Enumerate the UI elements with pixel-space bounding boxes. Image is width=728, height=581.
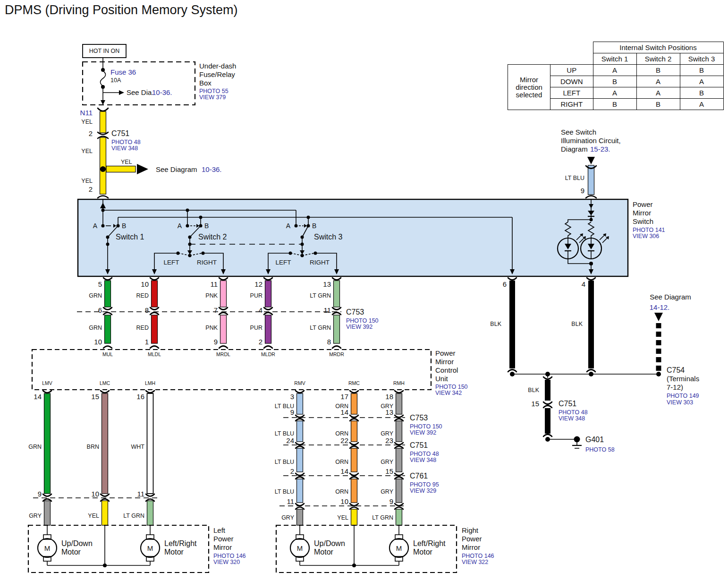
down-arrow-icon	[654, 313, 663, 321]
wire-label-pur: PUR	[250, 325, 262, 331]
connector-c754: C754	[667, 366, 685, 374]
cu-name-3: Control	[435, 366, 458, 374]
c751-photo-ref[interactable]: PHOTO 48	[410, 451, 439, 457]
signal-rmc: RMC	[348, 380, 360, 386]
wire-label-gry: GRY	[29, 513, 42, 519]
motor-m-label: M	[147, 544, 153, 552]
see-dia-arrow-icon	[119, 90, 124, 95]
wire-label-blk: BLK	[571, 321, 583, 327]
c753-view-ref[interactable]: VIEW 392	[346, 324, 372, 330]
updown-motor-label: Up/Down	[61, 539, 93, 547]
signal-mldr: MLDR	[261, 351, 275, 357]
rm-photo-ref[interactable]: PHOTO 146	[462, 553, 494, 559]
power-mirror-switch: Power Mirror Switch PHOTO 141 VIEW 306 A…	[78, 199, 665, 276]
wire-label-ltgrn: LT GRN	[310, 325, 331, 331]
wire-label-ltblu: LT BLU	[275, 430, 294, 437]
pin-1: 1	[145, 338, 149, 346]
connector-c751: C751	[559, 400, 576, 408]
c753-photo-ref[interactable]: PHOTO 150	[346, 317, 379, 324]
pin-11: 11	[287, 497, 294, 505]
motor-m-label: M	[44, 544, 51, 552]
illumination-feed: See Switch Illumination Circuit, Diagram…	[561, 128, 621, 198]
c754-view-ref[interactable]: VIEW 303	[667, 399, 693, 406]
cu-photo-ref[interactable]: PHOTO 150	[435, 384, 468, 390]
pin-9: 9	[389, 497, 393, 505]
leftright-motor-label2: Motor	[413, 548, 433, 556]
fusebox-name-2: Fuse/Relay	[199, 70, 235, 78]
pin-9: 9	[38, 490, 42, 498]
pin-15: 15	[531, 400, 539, 408]
pin-2-top: 2	[89, 129, 93, 137]
illum-see-ref[interactable]: 15-23.	[590, 145, 610, 153]
pin-11: 11	[323, 306, 331, 314]
switch-1-label: Switch 1	[116, 233, 144, 241]
c761-view-ref[interactable]: VIEW 329	[410, 487, 436, 494]
c751-photo-ref[interactable]: PHOTO 48	[559, 409, 588, 416]
wire-label-yel: YEL	[337, 514, 348, 521]
c754-photo-ref[interactable]: PHOTO 149	[667, 393, 699, 399]
rm-name-3: Mirror	[462, 543, 480, 551]
c751-view-ref[interactable]: VIEW 348	[410, 457, 436, 463]
fusebox-view-ref[interactable]: VIEW 379	[199, 94, 226, 101]
switch-view-ref[interactable]: VIEW 306	[633, 233, 659, 239]
down-arrow-icon	[587, 157, 595, 164]
wire-label-blk: BLK	[490, 321, 501, 327]
c751-view-ref[interactable]: VIEW 348	[111, 145, 138, 152]
rm-view-ref[interactable]: VIEW 322	[462, 559, 488, 565]
signal-mrdl: MRDL	[216, 351, 230, 357]
cu-view-ref[interactable]: VIEW 342	[435, 390, 462, 396]
c753-view-ref[interactable]: VIEW 392	[410, 429, 436, 436]
pin-4: 4	[259, 306, 262, 314]
signal-rmv: RMV	[294, 380, 305, 386]
cu-name-4: Unit	[435, 375, 449, 383]
fusebox-name-3: Box	[199, 79, 212, 87]
branch-see-ref[interactable]: 10-36.	[202, 165, 222, 173]
lm-name-2: Power	[213, 535, 234, 543]
c753-photo-ref[interactable]: PHOTO 150	[410, 423, 442, 430]
switch-name-2: Mirror	[633, 209, 651, 217]
node-n11: N11	[80, 109, 93, 117]
wire-blk-pin4	[588, 281, 594, 368]
fusebox-name-1: Under-dash	[199, 62, 236, 70]
connector-c753: C753	[410, 414, 428, 422]
lm-view-ref[interactable]: VIEW 320	[213, 559, 240, 565]
power-mirror-control-unit: MUL MLDL MRDL MLDR MRDR LMV LMC LMH RMV …	[32, 349, 468, 396]
illum-see-1: See Switch	[561, 128, 596, 136]
g401-photo-ref[interactable]: PHOTO 58	[585, 446, 615, 453]
switch-name-3: Switch	[633, 217, 653, 225]
pin-9: 9	[290, 408, 294, 416]
pin-2: 2	[290, 467, 294, 475]
wire-label-gry: GRY	[381, 430, 394, 437]
pin-10: 10	[94, 338, 102, 346]
left-power-mirror: M M Up/Down Motor Left/Right Motor Left …	[28, 525, 246, 572]
wire-label-yel: YEL	[81, 119, 93, 125]
wire-label-grn: GRN	[89, 325, 102, 331]
see-diagram-ref[interactable]: 14-12.	[650, 303, 670, 311]
cu-name-2: Mirror	[435, 358, 454, 366]
lm-photo-ref[interactable]: PHOTO 146	[213, 553, 246, 559]
fusebox-photo-ref[interactable]: PHOTO 55	[199, 88, 229, 94]
pin-24: 24	[286, 436, 294, 444]
wire-ltblu-illum	[588, 165, 594, 195]
cu-name-1: Power	[435, 349, 456, 357]
wiring-diagram-page: DPMS (Driving Position Memory System) In…	[0, 0, 728, 581]
wire-label-yel: YEL	[81, 178, 93, 184]
wire-chain-rmh: 18 GRY 13 GRY 23 GRY 15 GRY 9 LT GRN	[372, 391, 403, 525]
switch-3-label: Switch 3	[314, 233, 343, 241]
signal-rmh: RMH	[393, 380, 405, 386]
pin-23: 23	[385, 436, 393, 444]
c761-photo-ref[interactable]: PHOTO 95	[410, 481, 439, 488]
pin-6: 6	[98, 306, 102, 314]
c751-view-ref[interactable]: VIEW 348	[559, 415, 585, 422]
contact-a-label: A	[286, 222, 291, 230]
fuse-label[interactable]: Fuse 36	[110, 68, 136, 76]
c751-photo-ref[interactable]: PHOTO 48	[111, 139, 141, 145]
wire-chain-rmv: 3 LT BLU 9 LT BLU 24 LT BLU 2 LT BLU 11 …	[275, 391, 304, 525]
rm-name-1: Right	[462, 526, 479, 534]
pin-8: 8	[327, 338, 331, 346]
switch-photo-ref[interactable]: PHOTO 141	[633, 227, 665, 233]
see-diagram-text: See Diagram	[650, 293, 691, 301]
pin-10: 10	[141, 280, 149, 288]
see-dia-ref[interactable]: 10-36.	[152, 88, 172, 96]
leftright-motor-label: Left/Right	[413, 539, 446, 547]
